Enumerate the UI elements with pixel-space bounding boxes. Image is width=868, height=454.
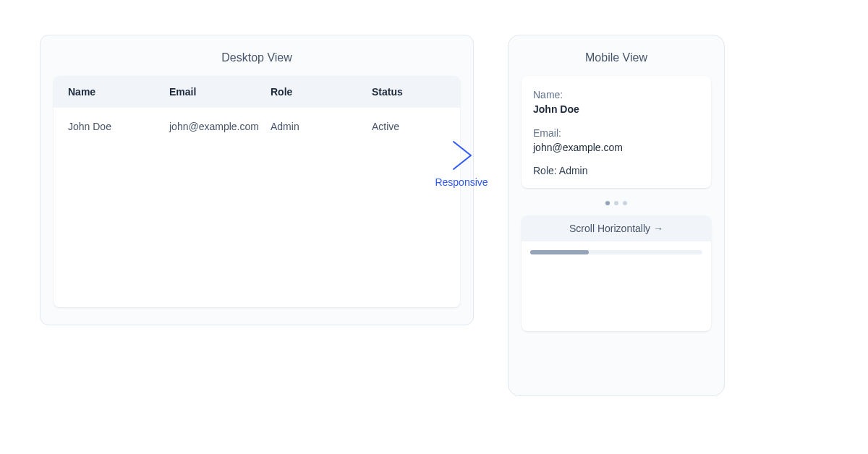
pagination-dots[interactable] — [522, 201, 711, 205]
value-email: john@example.com — [533, 140, 699, 155]
cell-status: Active — [372, 121, 446, 132]
col-header-name: Name — [68, 86, 169, 98]
field-name: Name: John Doe — [533, 87, 699, 117]
col-header-role: Role — [271, 86, 372, 98]
scrollbar-thumb[interactable] — [530, 250, 589, 254]
responsive-label: Responsive — [433, 176, 490, 188]
field-role: Role: Admin — [533, 163, 699, 178]
table-header-row: Name Email Role Status — [54, 76, 460, 108]
table-row: John Doe john@example.com Admin Active — [54, 108, 460, 145]
cell-name: John Doe — [68, 121, 169, 132]
col-header-status: Status — [372, 86, 446, 98]
horizontal-scroll-card: Scroll Horizontally → — [522, 215, 711, 331]
responsive-arrow: Responsive — [433, 137, 490, 188]
field-email: Email: john@example.com — [533, 126, 699, 155]
value-name: John Doe — [533, 102, 699, 116]
cell-email: john@example.com — [169, 121, 271, 132]
mobile-title: Mobile View — [522, 51, 711, 64]
chevron-right-icon — [443, 137, 480, 174]
mobile-panel: Mobile View Name: John Doe Email: john@e… — [508, 35, 725, 396]
col-header-email: Email — [169, 86, 271, 98]
scroll-title: Scroll Horizontally → — [522, 215, 711, 241]
page-dot-3[interactable] — [623, 201, 627, 205]
role-line: Role: Admin — [533, 165, 587, 176]
page-dot-1[interactable] — [605, 201, 610, 205]
label-email: Email: — [533, 127, 561, 139]
record-card: Name: John Doe Email: john@example.com R… — [522, 76, 711, 188]
scrollbar[interactable] — [522, 241, 711, 254]
desktop-title: Desktop View — [54, 51, 460, 64]
desktop-panel: Desktop View Name Email Role Status John… — [40, 35, 474, 325]
page-dot-2[interactable] — [614, 201, 618, 205]
data-table: Name Email Role Status John Doe john@exa… — [54, 76, 460, 307]
label-name: Name: — [533, 89, 563, 100]
scrollbar-track[interactable] — [530, 250, 702, 254]
cell-role: Admin — [271, 121, 372, 132]
